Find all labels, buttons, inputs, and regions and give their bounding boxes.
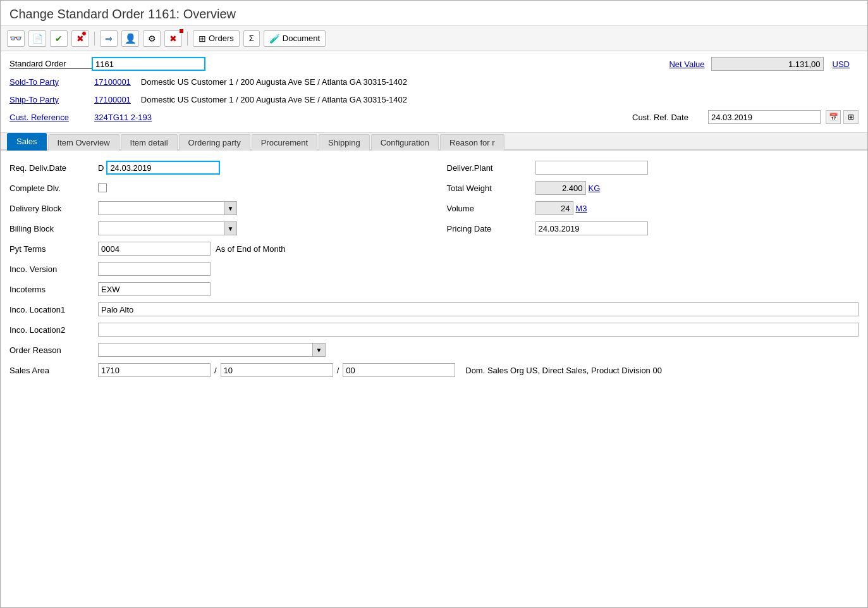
complete-dlv-row: Complete Dlv. xyxy=(9,180,422,196)
ship-to-party-label[interactable]: Ship-To Party xyxy=(9,95,92,104)
title-bar: Change Standard Order 1161: Overview xyxy=(1,1,867,26)
total-weight-row: Total Weight 2.400 KG xyxy=(447,180,859,196)
inco-location1-row: Inco. Location1 xyxy=(9,301,859,318)
sales-area-div-input[interactable] xyxy=(221,363,333,377)
sold-to-party-row: Sold-To Party 17100001 Domestic US Custo… xyxy=(9,74,859,89)
delivery-block-input[interactable] xyxy=(98,201,224,215)
tab-sales[interactable]: Sales xyxy=(7,133,47,151)
ship-to-party-value[interactable]: 17100001 xyxy=(92,94,133,105)
billing-block-label: Billing Block xyxy=(9,224,98,233)
copy-button[interactable]: 📄 xyxy=(28,30,46,47)
cust-ref-icon1-button[interactable]: 📅 xyxy=(826,110,841,124)
incoterms-input[interactable] xyxy=(98,282,211,296)
slash-1: / xyxy=(213,366,218,375)
check-button[interactable]: ✔ xyxy=(50,30,68,47)
tab-item-detail[interactable]: Item detail xyxy=(121,134,178,151)
delivery-block-dropdown[interactable]: ▼ xyxy=(224,201,237,215)
inco-location2-row: Inco. Location2 xyxy=(9,321,859,338)
pyt-terms-desc: As of End of Month xyxy=(213,244,288,254)
page-title: Change Standard Order 1161: Overview xyxy=(9,7,236,21)
sales-area-row: Sales Area / / Dom. Sales Org US, Direct… xyxy=(9,362,859,378)
standard-order-label: Standard Order xyxy=(9,59,92,69)
inco-location2-input[interactable] xyxy=(98,323,859,337)
document-icon: 🧪 xyxy=(269,34,280,44)
order-reason-row: Order Reason ▼ xyxy=(9,342,859,358)
sales-area-label: Sales Area xyxy=(9,366,98,375)
pricing-date-input[interactable] xyxy=(535,221,648,235)
separator-2 xyxy=(187,32,188,46)
tab-configuration[interactable]: Configuration xyxy=(371,134,439,151)
ship-to-party-desc: Domestic US Customer 1 / 200 Augusta Ave… xyxy=(138,94,410,105)
deliver-plant-input[interactable] xyxy=(535,161,648,175)
incoterms-row: Incoterms xyxy=(9,281,859,297)
sigma-button[interactable]: Σ xyxy=(243,30,260,47)
req-deliv-date-row: Req. Deliv.Date D xyxy=(9,159,422,176)
order-reason-label: Order Reason xyxy=(9,345,98,355)
sales-tab-content: Req. Deliv.Date D Deliver.Plant Complete… xyxy=(1,151,867,391)
order-reason-dropdown[interactable]: ▼ xyxy=(313,343,326,357)
sold-to-party-value[interactable]: 17100001 xyxy=(92,77,133,87)
incoterms-label: Incoterms xyxy=(9,285,98,294)
pyt-terms-fields: As of End of Month xyxy=(98,242,288,256)
req-deliv-date-input[interactable] xyxy=(106,161,220,175)
calendar-icon: 📅 xyxy=(829,113,838,121)
volume-unit[interactable]: M3 xyxy=(573,204,590,213)
pyt-terms-row: Pyt Terms As of End of Month xyxy=(9,240,859,257)
person-icon: 👤 xyxy=(125,33,137,44)
sold-to-party-label[interactable]: Sold-To Party xyxy=(9,77,92,87)
config-button[interactable]: ⚙ xyxy=(143,30,161,47)
order-reason-input[interactable] xyxy=(98,343,313,357)
req-deliv-date-prefix: D xyxy=(98,163,104,173)
person-button[interactable]: 👤 xyxy=(121,30,139,47)
pricing-date-label: Pricing Date xyxy=(447,224,535,233)
cust-ref-icon2-button[interactable]: ⊞ xyxy=(843,110,859,124)
glasses-button[interactable]: 👓 xyxy=(7,30,25,47)
standard-order-input[interactable]: 1161 xyxy=(92,57,205,71)
delivery-block-row: Delivery Block ▼ xyxy=(9,200,422,216)
billing-block-row: Billing Block ▼ xyxy=(9,220,422,237)
complete-dlv-checkbox[interactable] xyxy=(98,183,107,192)
sales-area-div2-input[interactable] xyxy=(343,363,455,377)
delete-icon: ✖ xyxy=(169,34,177,44)
currency-label[interactable]: USD xyxy=(830,59,852,70)
pyt-terms-code-input[interactable] xyxy=(98,242,211,256)
tab-procurement[interactable]: Procurement xyxy=(252,134,317,151)
inco-version-input[interactable] xyxy=(98,262,211,276)
transfer-button[interactable]: ⇒ xyxy=(100,30,118,47)
tab-reason-for[interactable]: Reason for r xyxy=(440,134,504,151)
pyt-terms-label: Pyt Terms xyxy=(9,244,98,254)
deliver-plant-label: Deliver.Plant xyxy=(447,163,535,173)
cust-reference-row: Cust. Reference 324TG11 2-193 Cust. Ref.… xyxy=(9,109,859,125)
cancel-icon: ✖ xyxy=(76,34,84,44)
net-value-label[interactable]: Net Value xyxy=(669,59,704,69)
billing-block-input[interactable] xyxy=(98,221,224,235)
check-icon: ✔ xyxy=(55,34,63,44)
toolbar: 👓 📄 ✔ ✖ ⇒ 👤 ⚙ ✖ ⊞ xyxy=(1,26,867,51)
req-deliv-date-label: Req. Deliv.Date xyxy=(9,163,98,173)
total-weight-unit[interactable]: KG xyxy=(586,183,603,193)
tab-shipping[interactable]: Shipping xyxy=(319,134,370,151)
cust-ref-date-input[interactable] xyxy=(708,110,821,124)
volume-row: Volume 24 M3 xyxy=(447,200,859,216)
document-label: Document xyxy=(283,34,320,43)
tab-ordering-party[interactable]: Ordering party xyxy=(179,134,250,151)
total-weight-value: 2.400 xyxy=(535,181,586,195)
slash-2: / xyxy=(336,366,341,375)
delete-button[interactable]: ✖ xyxy=(164,30,182,47)
orders-menu-button[interactable]: ⊞ Orders xyxy=(193,30,240,47)
inco-location2-label: Inco. Location2 xyxy=(9,325,98,335)
cust-reference-label[interactable]: Cust. Reference xyxy=(9,113,92,122)
sales-area-desc: Dom. Sales Org US, Direct Sales, Product… xyxy=(463,365,664,376)
complete-dlv-label: Complete Dlv. xyxy=(9,183,98,193)
billing-block-dropdown[interactable]: ▼ xyxy=(224,221,237,235)
cancel-button[interactable]: ✖ xyxy=(71,30,89,47)
sales-area-org-input[interactable] xyxy=(98,363,211,377)
tab-item-overview[interactable]: Item Overview xyxy=(48,134,119,151)
document-menu-button[interactable]: 🧪 Document xyxy=(264,30,326,47)
inco-version-label: Inco. Version xyxy=(9,264,98,274)
inco-location1-input[interactable] xyxy=(98,302,859,316)
cust-reference-value[interactable]: 324TG11 2-193 xyxy=(92,112,154,123)
delivery-block-label: Delivery Block xyxy=(9,204,98,213)
transfer-icon: ⇒ xyxy=(105,34,113,44)
ship-to-party-row: Ship-To Party 17100001 Domestic US Custo… xyxy=(9,92,859,107)
